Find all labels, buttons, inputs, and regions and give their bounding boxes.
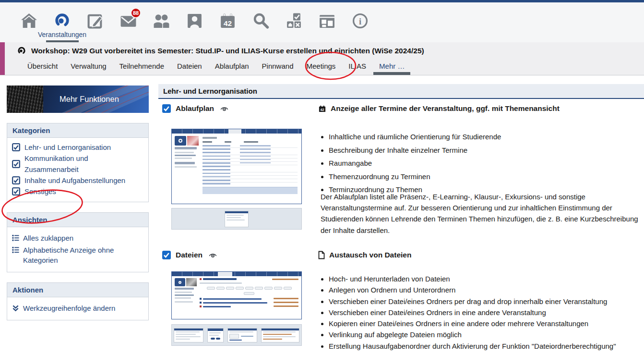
community-people-icon [153,12,170,30]
view-label: Alphabetische Anzeige ohne Kategorien [23,245,143,265]
tab-meetings[interactable]: Meetings [306,62,335,70]
nav-community[interactable] [145,2,178,42]
feature-item: Anlegen von Ordnern und Unterordnern [329,284,642,295]
sidebar-banner-title: Mehr Funktionen [43,95,119,104]
mini-files-panel [200,278,298,307]
nav-arbeitsplatz[interactable] [79,2,112,42]
feature-item: Beschreibung der Inhalte einzelner Termi… [329,144,639,157]
category-checkbox-inhalte[interactable]: Inhalte und Aufgabenstellungen [12,175,143,186]
action-werkzeugreihenfolge[interactable]: Werkzeugreihenfolge ändern [12,303,143,313]
schedule-grid-icon [318,12,336,30]
feature-item: Erstellung Hausaufgabenordner durch Akti… [329,341,642,352]
tab-mehr[interactable]: Mehr … [379,62,405,70]
visibility-eye-icon[interactable] [209,252,217,258]
kategorien-box: Kategorien Lehr- und Lernorganisation Ko… [7,123,149,202]
ablaufplan-description: Der Ablaufplan listet alle Präsenz-, E-L… [321,191,644,236]
tab-uebersicht[interactable]: Übersicht [27,62,58,70]
nav-veranstaltungen[interactable]: Veranstaltungen [46,2,79,42]
tool-ablaufplan-header: Ablaufplan [162,104,228,113]
tool-dateien-label: Dateien [176,251,203,259]
lecture-hall-photo [7,85,43,113]
dateien-secondary-thumbnails[interactable] [171,324,302,346]
ablaufplan-feature-list: Inhaltliche und räumliche Orientierung f… [321,130,639,196]
course-header: Workshop: W29 Gut vorbereitet ins Semest… [0,42,644,75]
tool-ablaufplan-label: Ablaufplan [176,104,214,113]
aktionen-header: Aktionen [7,283,148,297]
feature-item: Raumangabe [329,157,639,170]
tool-ablaufplan-title: Anzeige aller Termine der Veranstaltung,… [331,104,560,113]
calendar-icon: 42 [219,12,237,30]
double-chevron-down-icon [12,305,19,312]
dateien-screenshot-thumbnail[interactable] [171,271,302,319]
ablaufplan-secondary-thumbnail[interactable] [171,208,302,230]
tab-mehr-label: Mehr … [379,62,405,70]
mini-screenshot-card [174,328,203,342]
feature-item: Kopieren einer Datei/eines Ordners in ei… [329,318,642,329]
calendar-day-number: 42 [224,19,232,27]
visibility-eye-icon[interactable] [220,106,228,112]
view-alles-zuklappen[interactable]: Alles zuklappen [12,233,143,243]
category-checkbox-sonstiges[interactable]: Sonstiges [12,186,143,197]
studip-page: { "colors": { "studip_blue": "#28497c", … [0,0,644,354]
feature-item: Themenzuordnung zu Terminen [329,170,639,183]
mini-screenshot-card [227,328,257,342]
nav-nachrichten[interactable]: 88 [112,2,145,42]
nav-hilfe[interactable]: i [344,2,377,42]
mail-unread-badge: 88 [131,8,141,18]
ablaufplan-screenshot-thumbnail[interactable] [171,129,302,204]
dateien-checkbox-checked[interactable] [162,251,171,259]
mini-sidebar [175,278,197,303]
svg-text:i: i [359,17,361,26]
ablaufplan-checkbox-checked[interactable] [162,104,171,113]
tab-teilnehmende[interactable]: Teilnehmende [119,62,164,70]
tab-ilias[interactable]: ILIAS [348,62,366,70]
tab-dateien[interactable]: Dateien [177,62,202,70]
course-title: Workshop: W29 Gut vorbereitet ins Semest… [31,47,424,55]
nav-tools[interactable] [277,2,310,42]
feature-item: Hoch- und Herunterladen von Dateien [329,273,642,284]
tools-icon [285,12,303,30]
tool-dateien-header: Dateien [162,251,217,259]
mini-dialog-card [225,211,249,227]
tool-dateien-title: Austausch von Dateien [329,251,411,259]
sidebar: Mehr Funktionen Kategorien Lehr- und Ler… [7,85,149,320]
tab-verwaltung[interactable]: Verwaltung [71,62,106,70]
category-label: Kommunikation und Zusammenarbeit [24,153,143,175]
checkbox-checked-icon [12,160,20,168]
mini-tabbar [172,272,301,276]
category-label: Sonstiges [24,186,56,197]
tab-ablaufplan[interactable]: Ablaufplan [215,62,249,70]
action-label: Werkzeugreihenfolge ändern [23,303,115,313]
nav-suche[interactable] [244,2,277,42]
collapse-list-icon [12,234,19,242]
category-checkbox-lehr[interactable]: Lehr- und Lernorganisation [12,142,143,153]
nav-planer[interactable]: 42 [211,2,244,42]
veranstaltungen-spiral-icon [53,12,71,30]
mini-sidebar [175,136,200,168]
tool-ablaufplan-description-header: 42 Anzeige aller Termine der Veranstaltu… [318,104,560,113]
tool-dateien-description-header: Austausch von Dateien [318,251,411,259]
info-icon: i [351,12,369,30]
aktionen-box: Aktionen Werkzeugreihenfolge ändern [7,282,149,320]
file-document-icon [318,251,325,259]
sidebar-banner: Mehr Funktionen [7,85,149,113]
tab-pinnwand[interactable]: Pinnwand [262,62,294,70]
checkbox-checked-icon [12,143,20,151]
category-checkbox-kommunikation[interactable]: Kommunikation und Zusammenarbeit [12,153,143,175]
kategorien-header: Kategorien [7,123,148,138]
ansichten-box: Ansichten Alles zuklappen [7,212,149,272]
checkbox-checked-icon [12,187,20,195]
main-icon-bar: Veranstaltungen 88 [0,2,644,42]
edit-square-icon [86,12,104,30]
main-content: Lehr- und Lernorganisation Ablaufplan 42… [158,84,644,354]
feature-item: Verlinkung auf abgelegte Dateien möglich [329,329,642,340]
svg-text:42: 42 [321,108,324,112]
feature-item: Verschieben einer Datei/eines Ordners in… [329,307,642,318]
nav-stundenplan[interactable] [310,2,344,42]
course-color-stripe [0,42,5,75]
nav-profil[interactable] [178,2,211,42]
alphabetical-list-icon [12,246,19,254]
view-label: Alles zuklappen [23,233,73,243]
search-icon [252,12,270,30]
view-alphabetische-anzeige[interactable]: Alphabetische Anzeige ohne Kategorien [12,245,143,265]
